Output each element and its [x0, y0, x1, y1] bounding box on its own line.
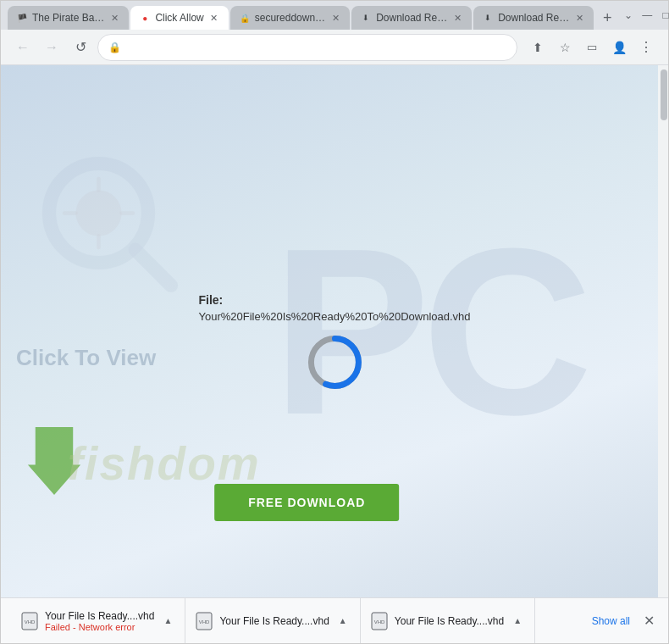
browser-window: 🏴 The Pirate Ba… ✕ ● Click Allow ✕ 🔒 sec… — [0, 0, 669, 644]
fishdom-watermark: fishdom — [68, 436, 261, 491]
tab-1[interactable]: 🏴 The Pirate Ba… ✕ — [8, 6, 129, 30]
tab-5[interactable]: ⬇ Download Re… ✕ — [473, 6, 594, 30]
tab-2-title: Click Allow — [155, 12, 203, 24]
tab-5-close[interactable]: ✕ — [573, 12, 585, 24]
reading-mode-icon[interactable]: ▭ — [580, 36, 604, 59]
scrollbar[interactable] — [658, 65, 668, 597]
tab-3[interactable]: 🔒 secureddown… ✕ — [230, 6, 350, 30]
tab-5-favicon: ⬇ — [482, 12, 494, 24]
menu-icon[interactable]: ⋮ — [634, 36, 658, 59]
address-bar[interactable]: 🔒 — [97, 34, 517, 61]
download-expand-1[interactable]: ▲ — [159, 613, 176, 630]
download-expand-2[interactable]: ▲ — [334, 613, 351, 630]
nav-actions: ⬆ ☆ ▭ 👤 ⋮ — [526, 36, 658, 59]
arrow-down-icon — [25, 427, 84, 495]
tab-1-title: The Pirate Ba… — [32, 12, 104, 24]
download-bar-actions: Show all ✕ — [592, 609, 658, 632]
download-expand-3[interactable]: ▲ — [509, 613, 526, 630]
download-info-2: Your File Is Ready....vhd — [219, 615, 329, 627]
svg-marker-7 — [28, 427, 80, 495]
download-item-1: VHD Your File Is Ready....vhd Failed - N… — [11, 598, 185, 643]
svg-line-1 — [135, 250, 171, 286]
svg-text:VHD: VHD — [373, 619, 384, 625]
tab-4-title: Download Re… — [376, 12, 447, 24]
tab-strip-controls: ⌄ — [622, 9, 634, 21]
tab-2-close[interactable]: ✕ — [208, 12, 220, 24]
back-button[interactable]: ← — [11, 36, 35, 59]
file-name: Your%20File%20Is%20Ready%20To%20Download… — [198, 309, 470, 322]
tab-2[interactable]: ● Click Allow ✕ — [130, 6, 228, 30]
download-bar: VHD Your File Is Ready....vhd Failed - N… — [1, 597, 668, 643]
show-all-link[interactable]: Show all — [592, 615, 630, 627]
scrollbar-thumb[interactable] — [661, 69, 667, 120]
svg-text:VHD: VHD — [25, 619, 36, 625]
page-content: PC Click To View fishdom File: Your%20Fi… — [1, 65, 668, 597]
free-download-button[interactable]: FREE DOWNLOAD — [214, 484, 399, 521]
click-to-view-text: Click To View — [16, 345, 156, 371]
tab-1-favicon: 🏴 — [16, 12, 28, 24]
download-item-2: VHD Your File Is Ready....vhd ▲ — [185, 598, 360, 643]
file-info: File: Your%20File%20Is%20Ready%20To%20Do… — [198, 292, 470, 391]
nav-bar: ← → ↺ 🔒 ⬆ ☆ ▭ 👤 ⋮ — [1, 30, 668, 65]
collapse-tabs-icon[interactable]: ⌄ — [622, 9, 634, 21]
loading-ring-container — [198, 332, 470, 391]
watermark-logo-svg — [34, 148, 186, 301]
download-info-1: Your File Is Ready....vhd Failed - Netwo… — [45, 610, 154, 632]
svg-point-2 — [76, 191, 122, 236]
tab-1-close[interactable]: ✕ — [108, 12, 120, 24]
title-bar: 🏴 The Pirate Ba… ✕ ● Click Allow ✕ 🔒 sec… — [1, 1, 668, 30]
download-file-icon-3: VHD — [369, 611, 390, 631]
close-download-bar-button[interactable]: ✕ — [640, 609, 658, 632]
profile-icon[interactable]: 👤 — [607, 36, 631, 59]
minimize-button[interactable]: — — [641, 9, 653, 21]
download-file-icon-1: VHD — [19, 611, 40, 631]
forward-button[interactable]: → — [40, 36, 64, 59]
reload-button[interactable]: ↺ — [69, 36, 92, 59]
tab-4-close[interactable]: ✕ — [451, 12, 463, 24]
download-file-icon-2: VHD — [194, 611, 214, 631]
tab-strip: 🏴 The Pirate Ba… ✕ ● Click Allow ✕ 🔒 sec… — [8, 1, 619, 30]
tab-4[interactable]: ⬇ Download Re… ✕ — [351, 6, 472, 30]
new-tab-button[interactable]: + — [595, 6, 619, 30]
download-filename-1: Your File Is Ready....vhd — [45, 610, 154, 622]
download-info-3: Your File Is Ready....vhd — [395, 615, 504, 627]
maximize-button[interactable]: □ — [660, 9, 669, 21]
download-item-3: VHD Your File Is Ready....vhd ▲ — [361, 598, 535, 643]
bookmark-icon[interactable]: ☆ — [553, 36, 577, 59]
tab-3-close[interactable]: ✕ — [329, 12, 341, 24]
lock-icon: 🔒 — [108, 42, 121, 53]
download-status-1: Failed - Network error — [45, 622, 154, 632]
svg-text:VHD: VHD — [199, 619, 210, 625]
tab-3-favicon: 🔒 — [239, 12, 251, 24]
file-label: File: — [198, 292, 470, 306]
tab-3-title: secureddown… — [255, 12, 325, 24]
download-filename-3: Your File Is Ready....vhd — [395, 615, 504, 627]
window-controls: — □ ✕ — [641, 9, 669, 21]
tab-5-title: Download Re… — [498, 12, 569, 24]
download-filename-2: Your File Is Ready....vhd — [219, 615, 329, 627]
tab-4-favicon: ⬇ — [360, 12, 372, 24]
tab-2-favicon: ● — [139, 12, 151, 24]
share-icon[interactable]: ⬆ — [526, 36, 550, 59]
loading-ring-svg — [305, 332, 364, 391]
